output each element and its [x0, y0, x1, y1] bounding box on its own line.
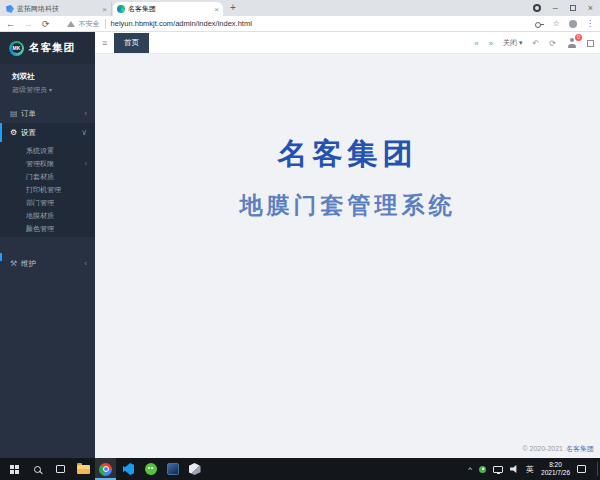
caret-down-icon: ▾	[49, 87, 52, 93]
profile-avatar-icon[interactable]	[569, 20, 577, 28]
task-view-icon	[56, 465, 65, 473]
tab-title: 名客集团	[128, 4, 211, 14]
sidebar-item-color-management[interactable]: 颜色管理	[0, 222, 95, 235]
subitem-label: 门套材质	[26, 172, 54, 182]
gear-icon: ⚙	[10, 128, 21, 137]
taskbar-clock[interactable]: 8:20 2021/7/26	[541, 461, 570, 477]
sidebar-item-film-material[interactable]: 地膜材质	[0, 209, 95, 222]
windows-taskbar: ^ 英 8:20 2021/7/26	[0, 458, 600, 480]
bookmark-star-icon[interactable]: ☆	[553, 19, 560, 28]
subitem-label: 部门管理	[26, 198, 54, 208]
wechat-icon	[145, 463, 157, 475]
task-view-button[interactable]	[50, 458, 71, 480]
user-role-label: 超级管理员	[12, 86, 47, 93]
tab-title: 蓝拓网络科技	[17, 4, 99, 14]
tab-home[interactable]: 首页	[114, 33, 149, 53]
undo-icon[interactable]: ↶	[533, 39, 540, 48]
hamburger-menu-icon[interactable]: ≡	[102, 32, 107, 54]
sidebar-item-maintenance[interactable]: ⚒ 维护 ‹	[0, 254, 95, 273]
chevron-left-icon: ‹	[84, 109, 87, 118]
start-button[interactable]	[4, 458, 25, 480]
sidebar-item-system-settings[interactable]: 系统设置	[0, 144, 95, 157]
refresh-icon[interactable]: ⟳	[549, 39, 556, 48]
search-icon	[34, 466, 41, 473]
action-center-icon[interactable]	[577, 465, 586, 473]
copyright-brand-link[interactable]: 名客集团	[566, 445, 594, 452]
sidebar-item-printer-management[interactable]: 打印机管理	[0, 183, 95, 196]
vscode-icon	[123, 463, 134, 475]
page-subtitle: 地膜门套管理系统	[95, 190, 600, 221]
fullscreen-icon[interactable]	[587, 40, 594, 47]
close-tabs-dropdown[interactable]: 关闭▾	[503, 38, 523, 48]
subitem-label: 打印机管理	[26, 185, 61, 195]
sidebar-item-department-management[interactable]: 部门管理	[0, 196, 95, 209]
browser-tab-inactive[interactable]: 蓝拓网络科技 ×	[2, 2, 112, 16]
notification-user-icon[interactable]: 0	[566, 38, 577, 49]
logo-monogram: MK	[12, 43, 22, 53]
password-key-icon[interactable]	[535, 22, 544, 26]
sidebar-item-door-material[interactable]: 门套材质	[0, 170, 95, 183]
sidebar-item-orders[interactable]: ▤ 订单 ‹	[0, 104, 95, 123]
close-window-button[interactable]: ×	[588, 4, 593, 13]
browser-tab-active[interactable]: 名客集团 ×	[113, 2, 223, 16]
tabs-scroll-left-icon[interactable]: «	[474, 39, 478, 48]
close-tab-icon[interactable]: ×	[102, 5, 107, 14]
sidebar-item-label: 维护	[21, 259, 36, 269]
copyright-text: © 2020-2021	[522, 445, 563, 452]
brand-name: 名客集团	[29, 41, 75, 55]
sidebar-logo[interactable]: MK 名客集团	[0, 32, 95, 64]
caret-down-icon: ▾	[519, 39, 523, 47]
sidebar-item-label: 设置	[21, 128, 36, 138]
desktop-screen: 蓝拓网络科技 × 名客集团 × + – × ← → ⟳ 不安全 helyun.h…	[0, 0, 600, 480]
settings-submenu: 系统设置 管理权限‹ 门套材质 打印机管理 部门管理 地膜材质 颜色管理	[0, 142, 95, 237]
tool-icon: ⚒	[10, 259, 21, 268]
sidebar-item-permissions[interactable]: 管理权限‹	[0, 157, 95, 170]
not-secure-warning-icon	[67, 21, 75, 27]
minimize-button[interactable]: –	[553, 4, 558, 13]
browser-menu-icon[interactable]: ⋮	[586, 19, 594, 28]
orders-icon: ▤	[10, 109, 21, 118]
chrome-icon	[99, 463, 112, 476]
user-name: 刘双社	[12, 72, 95, 82]
file-explorer-button[interactable]	[73, 458, 94, 480]
vscode-taskbar-button[interactable]	[118, 458, 139, 480]
close-tabs-label: 关闭	[503, 38, 517, 48]
subitem-label: 系统设置	[26, 146, 54, 156]
chevron-down-icon: ∨	[81, 128, 87, 137]
security-label[interactable]: 不安全	[79, 19, 106, 29]
admin-header-actions: « » 关闭▾ ↶ ⟳ 0	[474, 32, 594, 54]
chevron-left-icon: ‹	[84, 259, 87, 268]
sidebar-menu: ▤ 订单 ‹ ⚙ 设置 ∨ 系统设置 管理权限‹ 门套材质 打印机管理 部门管理…	[0, 104, 95, 273]
browser-address-bar: ← → ⟳ 不安全 helyun.hbmkjt.com/admin/index/…	[0, 16, 600, 32]
notification-badge: 0	[575, 34, 582, 41]
admin-header: ≡ 首页 « » 关闭▾ ↶ ⟳ 0	[95, 32, 600, 54]
app-taskbar-button-blue[interactable]	[162, 458, 183, 480]
tabs-scroll-right-icon[interactable]: »	[489, 39, 493, 48]
user-role-dropdown[interactable]: 超级管理员 ▾	[12, 85, 95, 95]
tray-expand-icon[interactable]: ^	[468, 465, 472, 474]
windows-logo-icon	[10, 465, 19, 474]
site-favicon	[117, 5, 125, 13]
brand-logo-icon: MK	[9, 41, 24, 56]
copyright-footer: © 2020-2021名客集团	[522, 444, 594, 454]
app-taskbar-button-gray[interactable]	[184, 458, 205, 480]
chrome-taskbar-button[interactable]	[95, 458, 116, 480]
close-tab-icon[interactable]: ×	[214, 5, 219, 14]
taskbar-search-button[interactable]	[27, 458, 48, 480]
maximize-button[interactable]	[570, 5, 576, 11]
url-text[interactable]: helyun.hbmkjt.com/admin/index/index.html	[111, 19, 535, 28]
reload-icon[interactable]: ⟳	[42, 19, 50, 29]
network-display-icon[interactable]	[493, 466, 503, 473]
volume-icon[interactable]	[510, 465, 519, 474]
forward-icon: →	[24, 19, 33, 29]
subitem-label: 管理权限	[26, 159, 54, 169]
new-tab-button[interactable]: +	[230, 2, 236, 13]
ime-indicator[interactable]: 英	[526, 464, 534, 475]
back-icon[interactable]: ←	[6, 19, 15, 29]
chevron-left-icon: ‹	[85, 160, 87, 167]
browser-profile-icon[interactable]	[533, 4, 541, 12]
show-desktop-button[interactable]	[597, 462, 598, 476]
tray-wechat-icon[interactable]	[479, 466, 486, 473]
sidebar-item-settings[interactable]: ⚙ 设置 ∨	[0, 123, 95, 142]
wechat-taskbar-button[interactable]	[140, 458, 161, 480]
